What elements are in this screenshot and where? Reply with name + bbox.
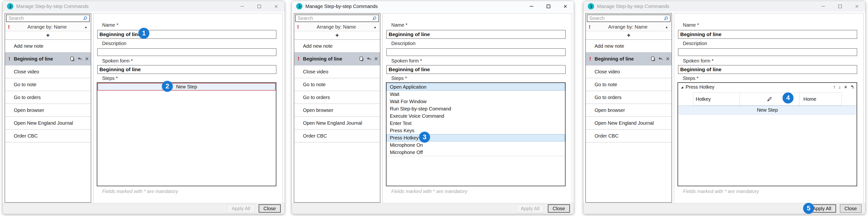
step-type-option[interactable]: Microphone On [386,142,565,149]
description-input[interactable] [97,49,276,56]
minimize-button[interactable] [814,1,832,11]
command-list-sidebar: ! Arrange by: Name ▲ + ! Add new note × [5,13,91,203]
sidebar-item-label: Open browser [14,107,44,113]
title-bar[interactable]: Manage Step-by-step Commands × [292,1,574,11]
move-step-up-icon[interactable]: ↑ [833,85,836,89]
new-step-row[interactable]: New Step [678,105,857,115]
sidebar-item[interactable]: ! Go to note × [586,78,672,91]
search-icon[interactable] [372,16,377,21]
step-type-option[interactable]: Wait [386,91,565,98]
search-input[interactable] [587,15,670,22]
collapse-icon[interactable]: ▲ [85,25,87,29]
maximize-button[interactable] [251,1,268,11]
copy-command-icon[interactable] [70,56,75,61]
search-icon[interactable] [663,16,669,21]
maximize-button[interactable] [832,1,848,11]
delete-command-icon[interactable]: × [374,56,378,62]
add-command-button[interactable]: + [294,31,380,40]
dragon-app-icon [7,3,13,9]
close-button[interactable]: Close [259,205,281,213]
sidebar-item[interactable]: ! Open browser × [586,104,672,117]
hotkey-value[interactable]: Home [800,93,842,105]
expander-icon[interactable]: ◢ [681,86,683,89]
sidebar-item[interactable]: ! Add new note × [5,40,91,53]
search-icon[interactable] [83,16,88,21]
spoken-form-input[interactable]: Beginning of line [97,65,276,74]
step-type-option[interactable]: Microphone Off [386,149,565,156]
close-button[interactable]: Close [548,205,570,213]
description-input[interactable] [386,49,565,56]
sidebar-item[interactable]: ! Go to orders × [586,91,672,104]
sidebar-item[interactable]: ! Close video × [5,65,91,78]
sidebar-item[interactable]: ! Order CBC × [586,129,672,143]
sidebar-item[interactable]: ! Go to orders × [5,91,91,104]
search-input[interactable] [296,15,378,22]
step-type-option[interactable]: Enter Text [386,120,565,127]
add-command-button[interactable]: + [5,31,91,40]
close-button[interactable]: Close [840,205,862,213]
sidebar-item[interactable]: ! Add new note × [294,40,380,53]
sidebar-item-label: Add new note [303,43,333,49]
close-window-button[interactable]: × [268,1,285,11]
search-input[interactable] [6,15,89,22]
sidebar-item[interactable]: ! Open New England Journal × [294,117,380,129]
close-window-button[interactable]: × [848,1,865,11]
collapse-icon[interactable]: ▲ [374,25,376,29]
copy-command-icon[interactable] [651,56,655,61]
arrange-by-bar[interactable]: ! Arrange by: Name ▲ [5,23,91,31]
description-input[interactable] [678,49,857,56]
new-step-row[interactable]: New Step [97,83,276,91]
collapse-icon[interactable]: ▲ [665,25,668,29]
copy-command-icon[interactable] [359,56,364,61]
step-type-option[interactable]: Execute Voice Command [386,112,565,120]
arrange-by-bar[interactable]: ! Arrange by: Name ▲ [586,23,672,31]
arrange-by-bar[interactable]: ! Arrange by: Name ▲ [294,23,380,31]
sidebar-item[interactable]: ! Go to note × [5,78,91,91]
sidebar-item[interactable]: ! Beginning of line × [294,53,380,65]
sidebar-item[interactable]: ! Open New England Journal × [5,117,91,129]
step-type-option[interactable]: Open Application [386,83,565,91]
sidebar-item[interactable]: ! Order CBC × [294,129,380,143]
add-command-button[interactable]: + [586,31,672,40]
spoken-form-input[interactable]: Beginning of line [678,65,857,74]
spoken-form-input[interactable]: Beginning of line [386,65,565,74]
sidebar-item[interactable]: ! Open New England Journal × [586,117,672,129]
sidebar-item[interactable]: ! Close video × [294,65,380,78]
title-bar[interactable]: Manage Step-by-step Commands × [3,1,285,11]
step-type-option[interactable]: Press Hotkey [386,134,565,142]
step-type-option[interactable]: Press Keys [386,127,565,134]
sidebar-item-label: Add new note [594,43,624,49]
name-input[interactable]: Beginning of line [386,30,565,39]
title-bar[interactable]: Manage Step-by-step Commands × [583,1,865,11]
minimize-button[interactable] [234,1,251,11]
sidebar-item-label: Go to note [303,82,326,87]
edit-pencil-icon[interactable] [766,96,773,102]
close-window-button[interactable]: × [557,1,574,11]
step-header-press-hotkey[interactable]: ◢ Press Hotkey ↑ ↓ × ↰ [678,83,857,91]
undo-changes-icon[interactable] [77,57,83,61]
sidebar-item[interactable]: ! Open browser × [5,104,91,117]
sidebar-item[interactable]: ! Go to note × [294,78,380,91]
delete-command-icon[interactable]: × [666,56,670,62]
delete-command-icon[interactable]: × [85,56,89,62]
name-input[interactable]: Beginning of line [678,30,857,39]
move-step-down-icon[interactable]: ↓ [839,85,841,89]
sidebar-item[interactable]: ! Open browser × [294,104,380,117]
sidebar-item[interactable]: ! Close video × [586,65,672,78]
maximize-button[interactable] [540,1,557,11]
undo-changes-icon[interactable] [658,57,663,61]
step-type-option[interactable]: Wait For Window [386,98,565,105]
revert-step-icon[interactable]: ↰ [850,85,854,89]
minimize-button[interactable] [523,1,540,11]
sidebar-item[interactable]: ! Beginning of line × [586,53,672,65]
apply-all-button[interactable]: Apply All [516,205,544,213]
sidebar-item[interactable]: ! Add new note × [586,40,672,53]
remove-step-icon[interactable]: × [844,85,847,90]
step-type-option[interactable]: Run Step-by-step Command [386,105,565,112]
sidebar-item[interactable]: ! Order CBC × [5,129,91,143]
apply-all-button[interactable]: Apply All [227,205,255,213]
name-input[interactable]: Beginning of line [97,30,276,39]
sidebar-item[interactable]: ! Go to orders × [294,91,380,104]
undo-changes-icon[interactable] [366,57,372,61]
sidebar-item[interactable]: ! Beginning of line × [5,53,91,65]
